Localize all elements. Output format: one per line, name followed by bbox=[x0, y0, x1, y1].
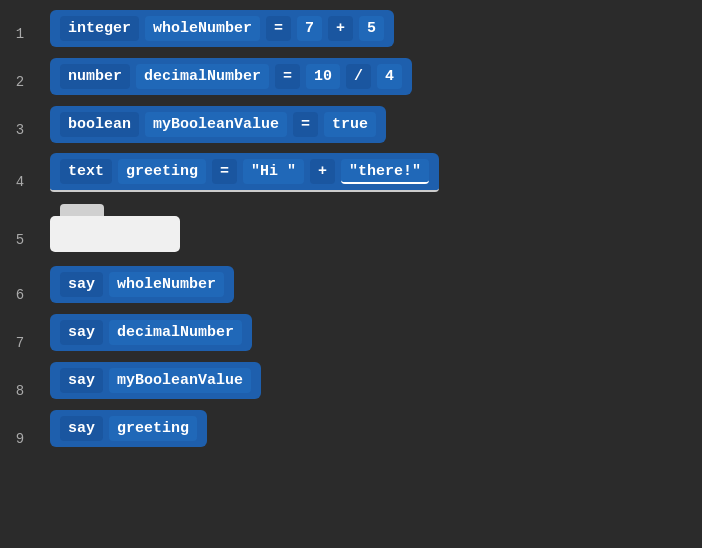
row-6: say wholeNumber bbox=[50, 264, 692, 304]
op-plus-1: + bbox=[328, 16, 353, 41]
say-decimalnumber[interactable]: say decimalNumber bbox=[50, 314, 252, 351]
type-integer: integer bbox=[60, 16, 139, 41]
statement-4[interactable]: text greeting = "Hi " + "there!" bbox=[50, 153, 439, 192]
line-num-9: 9 bbox=[0, 415, 40, 463]
op-divide: / bbox=[346, 64, 371, 89]
say-kw-8: say bbox=[60, 368, 103, 393]
var-decimalnumber: decimalNumber bbox=[136, 64, 269, 89]
val-4: 4 bbox=[377, 64, 402, 89]
row-7: say decimalNumber bbox=[50, 312, 692, 352]
val-there: "there!" bbox=[341, 159, 429, 184]
say-var-9: greeting bbox=[109, 416, 197, 441]
type-boolean: boolean bbox=[60, 112, 139, 137]
row-5 bbox=[50, 198, 692, 256]
say-booleanvalue[interactable]: say myBooleanValue bbox=[50, 362, 261, 399]
var-wholennumber: wholeNumber bbox=[145, 16, 260, 41]
line-num-1: 1 bbox=[0, 10, 40, 58]
line-numbers: 1 2 3 4 5 6 7 8 9 bbox=[0, 0, 40, 548]
equals-1: = bbox=[266, 16, 291, 41]
row-1: integer wholeNumber = 7 + 5 bbox=[50, 8, 692, 48]
say-kw-7: say bbox=[60, 320, 103, 345]
val-true: true bbox=[324, 112, 376, 137]
equals-3: = bbox=[293, 112, 318, 137]
row-8: say myBooleanValue bbox=[50, 360, 692, 400]
dropdown-notch bbox=[60, 204, 104, 216]
val-5: 5 bbox=[359, 16, 384, 41]
row-4: text greeting = "Hi " + "there!" bbox=[50, 152, 692, 192]
equals-4: = bbox=[212, 159, 237, 184]
equals-2: = bbox=[275, 64, 300, 89]
say-wholenumber[interactable]: say wholeNumber bbox=[50, 266, 234, 303]
line-num-4: 4 bbox=[0, 154, 40, 209]
line-num-2: 2 bbox=[0, 58, 40, 106]
type-text: text bbox=[60, 159, 112, 184]
code-area: integer wholeNumber = 7 + 5 number decim… bbox=[40, 0, 702, 548]
row-3: boolean myBooleanValue = true bbox=[50, 104, 692, 144]
say-kw-9: say bbox=[60, 416, 103, 441]
say-var-6: wholeNumber bbox=[109, 272, 224, 297]
val-hi: "Hi " bbox=[243, 159, 304, 184]
val-7: 7 bbox=[297, 16, 322, 41]
var-greeting: greeting bbox=[118, 159, 206, 184]
line-num-8: 8 bbox=[0, 367, 40, 415]
line-num-7: 7 bbox=[0, 319, 40, 367]
line-num-5: 5 bbox=[0, 209, 40, 271]
row-9: say greeting bbox=[50, 408, 692, 448]
val-10: 10 bbox=[306, 64, 340, 89]
var-booleanvalue: myBooleanValue bbox=[145, 112, 287, 137]
say-kw-6: say bbox=[60, 272, 103, 297]
statement-1[interactable]: integer wholeNumber = 7 + 5 bbox=[50, 10, 394, 47]
say-var-8: myBooleanValue bbox=[109, 368, 251, 393]
statement-2[interactable]: number decimalNumber = 10 / 4 bbox=[50, 58, 412, 95]
statement-3[interactable]: boolean myBooleanValue = true bbox=[50, 106, 386, 143]
line-num-6: 6 bbox=[0, 271, 40, 319]
dropdown-selector[interactable] bbox=[50, 216, 180, 252]
say-greeting[interactable]: say greeting bbox=[50, 410, 207, 447]
op-plus-4: + bbox=[310, 159, 335, 184]
say-var-7: decimalNumber bbox=[109, 320, 242, 345]
row-2: number decimalNumber = 10 / 4 bbox=[50, 56, 692, 96]
line-num-3: 3 bbox=[0, 106, 40, 154]
type-number: number bbox=[60, 64, 130, 89]
